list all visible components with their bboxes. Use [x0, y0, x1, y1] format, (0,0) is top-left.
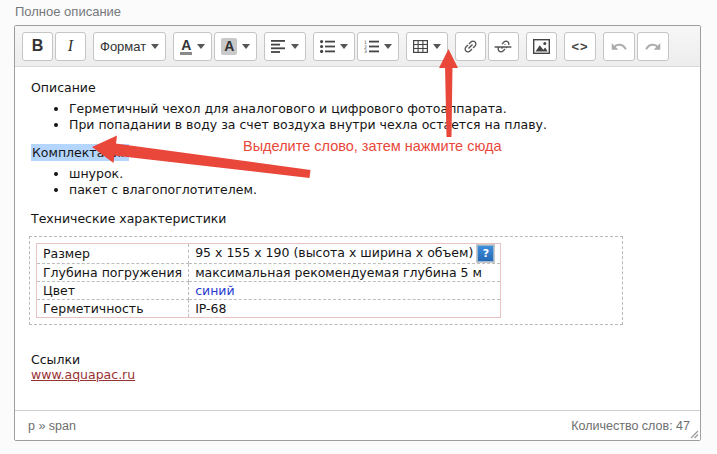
- unlink-icon: [492, 34, 516, 58]
- chevron-down-icon: [340, 44, 348, 49]
- table-icon: [413, 40, 428, 53]
- align-left-icon: [271, 40, 286, 53]
- bullet-list-dropdown[interactable]: [313, 32, 355, 61]
- background-color-icon: A: [221, 38, 237, 55]
- page: { "page": { "field_label": "Полное описа…: [0, 0, 717, 454]
- description-heading: Описание: [31, 80, 684, 95]
- field-label: Полное описание: [15, 4, 121, 19]
- undo-icon: [610, 38, 628, 54]
- element-path: p » span: [28, 419, 76, 433]
- table-row: Цвет синий: [37, 282, 501, 300]
- description-list: Герметичный чехол для аналогового и цифр…: [31, 101, 684, 132]
- link-line: www.aquapac.ru: [31, 367, 684, 382]
- spec-value-cell: максимальная рекомендуемая глубина 5 м: [189, 264, 501, 282]
- group-image: [526, 32, 557, 61]
- chevron-down-icon: [433, 44, 441, 49]
- kit-list: шнурок. пакет с влагопоглотителем.: [31, 166, 684, 197]
- svg-text:3: 3: [364, 49, 367, 53]
- alignment-dropdown[interactable]: [264, 32, 306, 61]
- editor-toolbar: B I Формат A A: [15, 26, 700, 67]
- specs-table[interactable]: Размер 95 х 155 х 190 (высота х ширина х…: [36, 243, 501, 318]
- word-count: Количество слов: 47: [571, 419, 690, 433]
- text-color-icon: A: [180, 38, 192, 55]
- bold-icon: B: [32, 37, 44, 55]
- insert-image-button[interactable]: [526, 32, 557, 61]
- group-text-style: B I: [22, 32, 86, 61]
- editor-content-area[interactable]: Описание Герметичный чехол для аналогово…: [15, 67, 700, 410]
- external-link[interactable]: www.aquapac.ru: [31, 367, 135, 382]
- kit-heading: Комплектация: [31, 145, 684, 160]
- group-code: <>: [564, 32, 595, 61]
- spec-label-cell: Цвет: [37, 282, 189, 300]
- help-icon[interactable]: ?: [477, 245, 494, 262]
- insert-link-button[interactable]: [455, 32, 486, 61]
- table-dropdown[interactable]: [406, 32, 448, 61]
- chevron-down-icon: [291, 44, 299, 49]
- group-history: [603, 32, 669, 61]
- spec-label-cell: Глубина погружения: [37, 264, 189, 282]
- background-color-button[interactable]: A: [214, 32, 257, 61]
- remove-link-button[interactable]: [488, 32, 519, 61]
- specs-heading: Технические характеристики: [31, 211, 684, 226]
- table-row: Размер 95 х 155 х 190 (высота х ширина х…: [37, 244, 501, 264]
- group-lists: 1 2 3: [313, 32, 399, 61]
- image-icon: [533, 39, 550, 54]
- rich-text-editor: B I Формат A A: [14, 25, 701, 441]
- list-item: пакет с влагопоглотителем.: [69, 182, 684, 197]
- format-dropdown[interactable]: Формат: [93, 32, 166, 61]
- bold-button[interactable]: B: [22, 32, 53, 61]
- group-links: [455, 32, 519, 61]
- list-item: Герметичный чехол для аналогового и цифр…: [69, 101, 684, 116]
- undo-button[interactable]: [603, 32, 635, 61]
- spec-label-cell: Размер: [37, 244, 189, 264]
- group-colors: A A: [173, 32, 257, 61]
- chevron-down-icon: [197, 44, 205, 49]
- table-row: Герметичность IP-68: [37, 300, 501, 318]
- spec-label-cell: Герметичность: [37, 300, 189, 318]
- chevron-down-icon: [151, 44, 159, 49]
- redo-button[interactable]: [637, 32, 669, 61]
- specs-table-wrapper: Размер 95 х 155 х 190 (высота х ширина х…: [29, 236, 623, 325]
- redo-icon: [644, 38, 662, 54]
- list-item: шнурок.: [69, 166, 684, 181]
- links-heading: Ссылки: [31, 352, 684, 367]
- chevron-down-icon: [242, 44, 250, 49]
- group-table: [406, 32, 448, 61]
- table-row: Глубина погружения максимальная рекоменд…: [37, 264, 501, 282]
- list-item: При попадании в воду за счет воздуха вну…: [69, 117, 684, 132]
- spec-value-cell: 95 х 155 х 190 (высота х ширина х объем)…: [189, 244, 501, 264]
- link-icon: [459, 34, 483, 58]
- numbered-list-icon: 1 2 3: [364, 40, 379, 53]
- editor-statusbar: p » span Количество слов: 47: [15, 410, 700, 440]
- italic-icon: I: [68, 37, 73, 55]
- text-color-button[interactable]: A: [173, 32, 212, 61]
- spec-value-cell: IP-68: [189, 300, 501, 318]
- numbered-list-dropdown[interactable]: 1 2 3: [357, 32, 399, 61]
- resize-grip-icon[interactable]: [688, 428, 699, 439]
- code-icon: <>: [571, 39, 588, 54]
- spec-value-cell: синий: [189, 282, 501, 300]
- bullet-list-icon: [320, 40, 335, 53]
- source-code-button[interactable]: <>: [564, 32, 595, 61]
- group-align: [264, 32, 306, 61]
- group-format: Формат: [93, 32, 166, 61]
- italic-button[interactable]: I: [55, 32, 86, 61]
- selected-word[interactable]: Комплектация: [31, 144, 129, 161]
- chevron-down-icon: [384, 44, 392, 49]
